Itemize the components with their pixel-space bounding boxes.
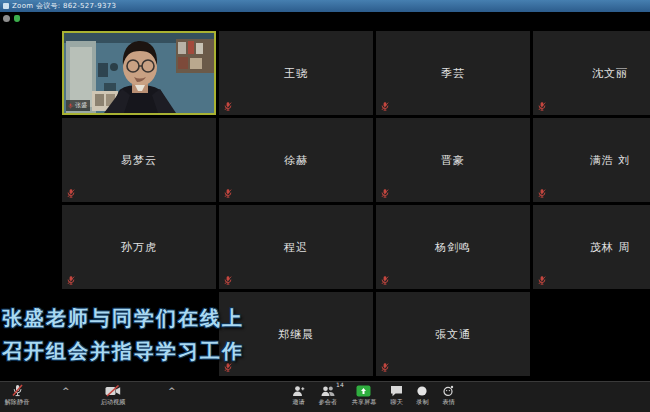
caption-line-2: 召开组会并指导学习工作	[2, 335, 244, 368]
participants-button[interactable]: 14 参会者	[318, 384, 338, 407]
participant-name: 張文通	[435, 327, 471, 342]
muted-mic-icon	[224, 102, 232, 111]
participant-tile[interactable]: 满浩 刘	[533, 118, 650, 202]
meeting-indicators	[3, 15, 20, 22]
participant-tile[interactable]: 杨剑鸣	[376, 205, 530, 289]
participant-tile[interactable]: 徐赫	[219, 118, 373, 202]
participant-name: 张盛	[75, 101, 87, 110]
participant-tile[interactable]: 晋豪	[376, 118, 530, 202]
reactions-label: 表情	[442, 398, 454, 407]
muted-camera-icon	[105, 385, 121, 397]
participant-name: 沈文丽	[592, 66, 628, 81]
muted-mic-icon	[224, 189, 232, 198]
participants-icon	[321, 385, 335, 397]
participants-count-badge: 14	[336, 381, 344, 388]
reactions-button[interactable]: 表情	[442, 384, 455, 407]
share-screen-label: 共享屏幕	[351, 398, 376, 407]
participant-name: 杨剑鸣	[435, 240, 471, 255]
zoom-app-icon	[3, 3, 9, 9]
muted-mic-icon	[538, 102, 546, 111]
chat-label: 聊天	[390, 398, 402, 407]
caption-overlay: 张盛老师与同学们在线上 召开组会并指导学习工作	[2, 302, 244, 368]
caption-line-1: 张盛老师与同学们在线上	[2, 302, 244, 335]
muted-mic-icon	[538, 189, 546, 198]
muted-mic-icon	[67, 189, 75, 198]
participant-tile[interactable]: 季芸	[376, 31, 530, 115]
participant-name: 满浩 刘	[590, 153, 631, 168]
share-screen-icon	[356, 385, 371, 397]
muted-mic-icon	[68, 103, 73, 109]
info-icon[interactable]	[3, 15, 10, 22]
participants-label: 参会者	[318, 398, 337, 407]
zoom-window: Zoom 会议号: 862-527-9373	[0, 0, 650, 412]
start-video-label: 启动视频	[101, 398, 126, 407]
chat-button[interactable]: 聊天	[390, 384, 403, 407]
encryption-shield-icon	[14, 15, 20, 22]
participant-tile[interactable]: 程迟	[219, 205, 373, 289]
start-video-button[interactable]: 启动视频	[100, 384, 126, 407]
muted-mic-icon	[538, 276, 546, 285]
muted-mic-icon	[381, 102, 389, 111]
muted-mic-icon	[381, 363, 389, 372]
unmute-label: 解除静音	[5, 398, 30, 407]
participant-tile[interactable]: 茂林 周	[533, 205, 650, 289]
participant-name: 易梦云	[121, 153, 157, 168]
participant-name: 季芸	[441, 66, 465, 81]
muted-mic-icon	[224, 276, 232, 285]
participant-tile[interactable]: 沈文丽	[533, 31, 650, 115]
invite-person-icon	[292, 385, 305, 397]
share-screen-button[interactable]: 共享屏幕	[351, 384, 377, 407]
record-label: 录制	[416, 398, 428, 407]
video-options-caret[interactable]: ^	[168, 386, 176, 396]
toolbar-center: 邀请 14 参会者	[292, 382, 455, 412]
record-icon	[416, 385, 428, 397]
participant-tile[interactable]: 易梦云	[62, 118, 216, 202]
participant-name: 晋豪	[441, 153, 465, 168]
participant-tile[interactable]: 王骁	[219, 31, 373, 115]
participant-name: 王骁	[284, 66, 308, 81]
participant-name: 茂林 周	[590, 240, 631, 255]
unmute-button[interactable]: 解除静音	[4, 384, 30, 407]
invite-label: 邀请	[292, 398, 304, 407]
title-bar: Zoom 会议号: 862-527-9373	[0, 0, 650, 12]
chat-bubble-icon	[390, 385, 403, 397]
active-speaker-video-tile[interactable]: 张盛	[62, 31, 216, 115]
muted-mic-icon	[381, 189, 389, 198]
toolbar: 解除静音 ^ 启动视频 ^	[0, 381, 650, 412]
muted-mic-icon	[67, 276, 75, 285]
record-button[interactable]: 录制	[416, 384, 429, 407]
muted-mic-icon	[11, 384, 24, 397]
muted-mic-icon	[381, 276, 389, 285]
participant-name: 郑继晨	[278, 327, 314, 342]
participant-name: 孙万虎	[121, 240, 157, 255]
mic-options-caret[interactable]: ^	[62, 386, 70, 396]
video-name-label: 张盛	[66, 100, 90, 111]
window-title: Zoom 会议号: 862-527-9373	[12, 1, 116, 11]
reactions-smiley-icon	[442, 385, 454, 397]
participant-name: 程迟	[284, 240, 308, 255]
participant-tile[interactable]: 張文通	[376, 292, 530, 376]
invite-button[interactable]: 邀请	[292, 384, 305, 407]
participant-tile[interactable]: 孙万虎	[62, 205, 216, 289]
participant-name: 徐赫	[284, 153, 308, 168]
